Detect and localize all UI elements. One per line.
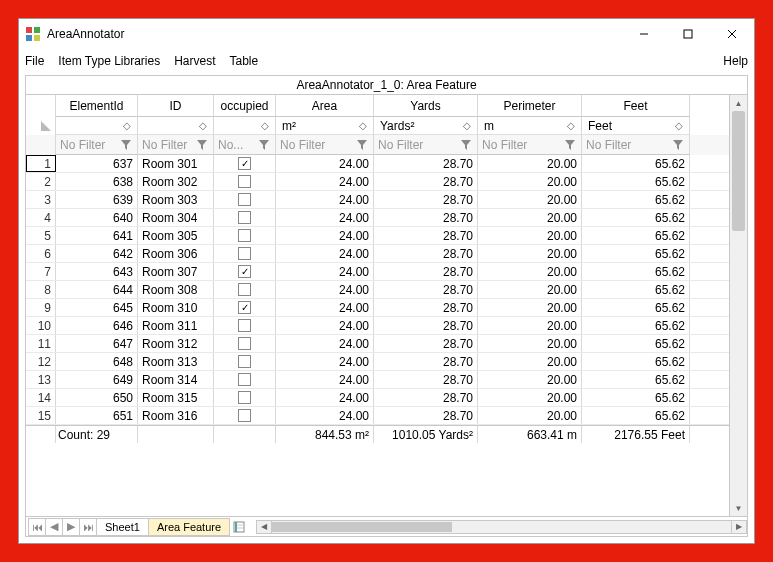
cell-elementid[interactable]: 646 [56, 317, 138, 334]
table-row[interactable]: 14650Room 31524.0028.7020.0065.62 [26, 389, 729, 407]
cell-id[interactable]: Room 305 [138, 227, 214, 244]
table-row[interactable]: 13649Room 31424.0028.7020.0065.62 [26, 371, 729, 389]
cell-feet[interactable]: 65.62 [582, 245, 690, 262]
funnel-icon[interactable] [459, 138, 473, 152]
row-number[interactable]: 15 [26, 407, 56, 424]
checkbox[interactable] [238, 391, 251, 404]
cell-elementid[interactable]: 642 [56, 245, 138, 262]
cell-occupied[interactable] [214, 353, 276, 370]
col-header-occupied[interactable]: occupied [214, 95, 276, 117]
filter-feet[interactable]: No Filter [586, 138, 671, 152]
cell-elementid[interactable]: 644 [56, 281, 138, 298]
cell-id[interactable]: Room 308 [138, 281, 214, 298]
filter-perimeter[interactable]: No Filter [482, 138, 563, 152]
col-header-perimeter[interactable]: Perimeter [478, 95, 582, 117]
table-row[interactable]: 6642Room 30624.0028.7020.0065.62 [26, 245, 729, 263]
cell-elementid[interactable]: 638 [56, 173, 138, 190]
cell-perimeter[interactable]: 20.00 [478, 191, 582, 208]
cell-perimeter[interactable]: 20.00 [478, 209, 582, 226]
cell-occupied[interactable] [214, 263, 276, 280]
tab-nav-next[interactable]: ▶ [62, 518, 80, 536]
table-row[interactable]: 1637Room 30124.0028.7020.0065.62 [26, 155, 729, 173]
checkbox[interactable] [238, 175, 251, 188]
cell-occupied[interactable] [214, 371, 276, 388]
cell-yards[interactable]: 28.70 [374, 155, 478, 172]
cell-perimeter[interactable]: 20.00 [478, 263, 582, 280]
checkbox[interactable] [238, 265, 251, 278]
cell-yards[interactable]: 28.70 [374, 191, 478, 208]
cell-perimeter[interactable]: 20.00 [478, 155, 582, 172]
cell-yards[interactable]: 28.70 [374, 299, 478, 316]
row-number[interactable]: 7 [26, 263, 56, 280]
sort-icon[interactable] [357, 120, 369, 132]
menu-item-type-libraries[interactable]: Item Type Libraries [58, 54, 160, 68]
table-row[interactable]: 8644Room 30824.0028.7020.0065.62 [26, 281, 729, 299]
menu-table[interactable]: Table [230, 54, 259, 68]
cell-id[interactable]: Room 301 [138, 155, 214, 172]
cell-yards[interactable]: 28.70 [374, 173, 478, 190]
filter-id[interactable]: No Filter [142, 138, 195, 152]
cell-feet[interactable]: 65.62 [582, 299, 690, 316]
cell-occupied[interactable] [214, 155, 276, 172]
filter-area[interactable]: No Filter [280, 138, 355, 152]
cell-perimeter[interactable]: 20.00 [478, 353, 582, 370]
col-header-elementid[interactable]: ElementId [56, 95, 138, 117]
maximize-button[interactable] [666, 20, 710, 48]
table-row[interactable]: 9645Room 31024.0028.7020.0065.62 [26, 299, 729, 317]
tab-sheet1[interactable]: Sheet1 [96, 518, 149, 536]
cell-perimeter[interactable]: 20.00 [478, 299, 582, 316]
cell-perimeter[interactable]: 20.00 [478, 371, 582, 388]
cell-feet[interactable]: 65.62 [582, 209, 690, 226]
add-sheet-icon[interactable] [230, 520, 250, 534]
cell-perimeter[interactable]: 20.00 [478, 389, 582, 406]
checkbox[interactable] [238, 283, 251, 296]
scroll-thumb[interactable] [732, 111, 745, 231]
table-row[interactable]: 10646Room 31124.0028.7020.0065.62 [26, 317, 729, 335]
cell-perimeter[interactable]: 20.00 [478, 227, 582, 244]
table-row[interactable]: 15651Room 31624.0028.7020.0065.62 [26, 407, 729, 425]
cell-area[interactable]: 24.00 [276, 173, 374, 190]
checkbox[interactable] [238, 337, 251, 350]
row-number[interactable]: 14 [26, 389, 56, 406]
sort-icon[interactable] [197, 120, 209, 132]
cell-area[interactable]: 24.00 [276, 209, 374, 226]
cell-perimeter[interactable]: 20.00 [478, 245, 582, 262]
scroll-up-icon[interactable]: ▲ [735, 95, 743, 111]
checkbox[interactable] [238, 301, 251, 314]
row-number[interactable]: 12 [26, 353, 56, 370]
cell-elementid[interactable]: 637 [56, 155, 138, 172]
cell-elementid[interactable]: 645 [56, 299, 138, 316]
sort-icon[interactable] [259, 120, 271, 132]
minimize-button[interactable] [622, 20, 666, 48]
cell-area[interactable]: 24.00 [276, 263, 374, 280]
cell-id[interactable]: Room 315 [138, 389, 214, 406]
cell-yards[interactable]: 28.70 [374, 371, 478, 388]
filter-yards[interactable]: No Filter [378, 138, 459, 152]
col-header-id[interactable]: ID [138, 95, 214, 117]
cell-feet[interactable]: 65.62 [582, 227, 690, 244]
cell-feet[interactable]: 65.62 [582, 191, 690, 208]
table-row[interactable]: 2638Room 30224.0028.7020.0065.62 [26, 173, 729, 191]
cell-yards[interactable]: 28.70 [374, 335, 478, 352]
cell-feet[interactable]: 65.62 [582, 155, 690, 172]
sort-icon[interactable] [461, 120, 473, 132]
row-number[interactable]: 5 [26, 227, 56, 244]
col-header-yards[interactable]: Yards [374, 95, 478, 117]
cell-feet[interactable]: 65.62 [582, 371, 690, 388]
checkbox[interactable] [238, 193, 251, 206]
cell-id[interactable]: Room 312 [138, 335, 214, 352]
cell-id[interactable]: Room 316 [138, 407, 214, 424]
funnel-icon[interactable] [195, 138, 209, 152]
checkbox[interactable] [238, 211, 251, 224]
cell-id[interactable]: Room 306 [138, 245, 214, 262]
checkbox[interactable] [238, 355, 251, 368]
cell-area[interactable]: 24.00 [276, 317, 374, 334]
scroll-down-icon[interactable]: ▼ [735, 500, 743, 516]
cell-id[interactable]: Room 302 [138, 173, 214, 190]
cell-area[interactable]: 24.00 [276, 353, 374, 370]
cell-perimeter[interactable]: 20.00 [478, 173, 582, 190]
cell-area[interactable]: 24.00 [276, 281, 374, 298]
cell-id[interactable]: Room 313 [138, 353, 214, 370]
table-row[interactable]: 3639Room 30324.0028.7020.0065.62 [26, 191, 729, 209]
menu-help[interactable]: Help [723, 54, 748, 68]
